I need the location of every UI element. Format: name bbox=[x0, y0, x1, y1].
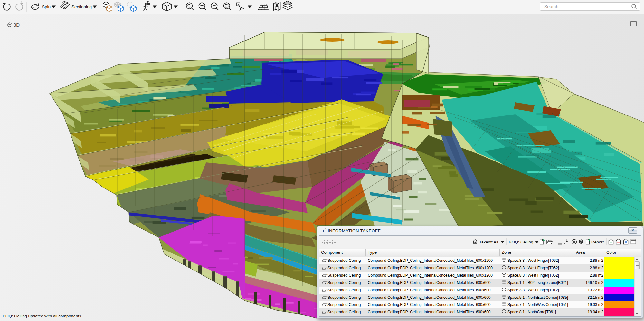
svg-text:BOQ: Ceiling: BOQ: Ceiling bbox=[509, 240, 533, 244]
svg-text:Takeoff All: Takeoff All bbox=[479, 240, 498, 244]
svg-text:Sectioning: Sectioning bbox=[71, 5, 92, 9]
svg-text:Report: Report bbox=[591, 240, 604, 244]
svg-text:Spin: Spin bbox=[42, 5, 51, 9]
